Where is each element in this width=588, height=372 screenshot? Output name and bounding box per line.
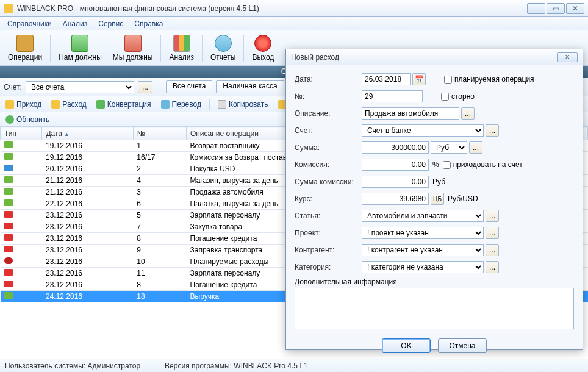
flag-icon: [4, 246, 13, 252]
action-convert[interactable]: Конвертация: [95, 99, 153, 110]
cell-no: 8: [133, 233, 186, 245]
tab-all-accounts[interactable]: Все счета: [166, 80, 212, 93]
flag-icon: [4, 234, 13, 241]
toolbar-exit[interactable]: Выход: [246, 32, 279, 65]
project-select[interactable]: ! проект не указан: [362, 227, 484, 239]
status-user-value: Администратор: [88, 362, 141, 370]
transfer-icon: [161, 100, 170, 109]
action-expense[interactable]: Расход: [49, 99, 88, 110]
cell-date: 23.12.2016: [42, 279, 133, 291]
menu-service[interactable]: Сервис: [93, 18, 128, 29]
status-version-value: WINBLACK Pro 4.5 L1: [234, 362, 307, 370]
no-input[interactable]: [362, 90, 423, 102]
copy-icon: [218, 100, 226, 109]
minimize-button[interactable]: —: [527, 3, 545, 14]
credit-acc-checkbox-label[interactable]: приходовать на счет: [443, 160, 523, 169]
menu-analysis[interactable]: Анализ: [58, 18, 93, 29]
toolbar-operations[interactable]: Операции: [2, 32, 48, 65]
tab-cash[interactable]: Наличная касса: [216, 80, 284, 93]
no-label: №:: [295, 92, 362, 101]
commsum-input[interactable]: [362, 176, 429, 188]
action-income[interactable]: Приход: [4, 99, 43, 110]
contr-select[interactable]: ! контрагент не указан: [362, 244, 484, 256]
menu-references[interactable]: Справочники: [2, 18, 57, 29]
flag-icon: [4, 188, 13, 195]
toolbar-we-owe[interactable]: Мы должны: [107, 32, 159, 65]
account-select[interactable]: Счет в банке: [362, 124, 484, 137]
flag-icon: [4, 153, 13, 160]
col-date[interactable]: Дата▲: [42, 127, 133, 140]
col-type[interactable]: Тип: [1, 127, 42, 140]
toolbar-analysis[interactable]: Анализ: [163, 32, 199, 65]
comm-input[interactable]: [362, 159, 429, 171]
flag-icon: [4, 176, 13, 183]
project-browse-button[interactable]: ...: [486, 227, 499, 239]
flag-icon: [4, 141, 13, 148]
commsum-cur: Руб: [432, 177, 445, 186]
account-browse-button[interactable]: ...: [486, 124, 499, 137]
convert-icon: [96, 100, 105, 109]
maximize-button[interactable]: ▭: [547, 3, 565, 14]
flag-icon: [4, 292, 13, 299]
account-filter-label: Счет:: [4, 83, 22, 91]
currency-select[interactable]: Руб: [431, 141, 467, 154]
close-button[interactable]: ✕: [566, 3, 584, 14]
toolbar-reports[interactable]: Отчеты: [205, 32, 241, 65]
extra-label: Дополнительная информация: [295, 277, 574, 286]
cell-no: 5: [133, 210, 186, 221]
date-picker-button[interactable]: 📅: [412, 73, 426, 85]
flag-icon: [4, 269, 13, 276]
account-filter-select[interactable]: Все счета: [26, 81, 134, 93]
action-transfer[interactable]: Перевод: [159, 99, 203, 110]
cat-select[interactable]: ! категория не указана: [362, 261, 484, 273]
desc-input[interactable]: [362, 107, 459, 120]
cell-date: 21.12.2016: [42, 187, 133, 198]
sum-input[interactable]: [362, 141, 429, 154]
cell-date: 19.12.2016: [42, 152, 133, 163]
desc-browse-button[interactable]: ...: [461, 107, 475, 120]
account-filter-browse[interactable]: ...: [138, 81, 152, 93]
menu-help[interactable]: Справка: [129, 18, 168, 29]
article-browse-button[interactable]: ...: [486, 210, 499, 222]
cat-browse-button[interactable]: ...: [486, 261, 499, 273]
planned-checkbox[interactable]: [444, 76, 452, 84]
action-copy[interactable]: Копировать: [216, 99, 270, 110]
col-no[interactable]: №: [133, 127, 186, 140]
desc-label: Описание:: [295, 109, 362, 118]
cell-date: 23.12.2016: [42, 268, 133, 279]
app-icon: [4, 4, 13, 13]
credit-acc-checkbox[interactable]: [443, 161, 451, 169]
cell-date: 19.12.2016: [42, 140, 133, 152]
rate-cb-button[interactable]: ЦБ: [431, 193, 444, 205]
status-bar: Пользователь системы: Администратор Верс…: [0, 359, 588, 372]
cat-label: Категория:: [295, 263, 362, 271]
date-input[interactable]: [362, 73, 411, 85]
storno-checkbox[interactable]: [441, 93, 449, 101]
planned-checkbox-label[interactable]: планируемая операция: [444, 75, 534, 84]
project-label: Проект:: [295, 229, 362, 237]
extra-textarea[interactable]: [295, 288, 574, 329]
flag-icon: [4, 257, 13, 264]
cell-no: 11: [133, 268, 186, 279]
dialog-close-button[interactable]: ✕: [557, 52, 578, 62]
flag-icon: [4, 281, 13, 287]
rate-input[interactable]: [362, 193, 429, 205]
cell-date: 23.12.2016: [42, 221, 133, 233]
new-expense-dialog: Новый расход ✕ Дата: 📅 планируемая опера…: [285, 49, 583, 350]
action-refresh[interactable]: Обновить: [4, 114, 51, 125]
storno-checkbox-label[interactable]: сторно: [441, 92, 475, 101]
safe-icon: [16, 35, 34, 52]
cancel-button[interactable]: Отмена: [438, 338, 487, 353]
ok-button[interactable]: OK: [382, 338, 431, 353]
flag-icon: [4, 199, 13, 206]
expense-icon: [51, 100, 60, 109]
flag-icon: [4, 165, 13, 171]
toolbar-reports-label: Отчеты: [210, 53, 235, 62]
power-icon: [254, 35, 271, 52]
contr-browse-button[interactable]: ...: [486, 244, 499, 256]
toolbar-owed-to-us[interactable]: Нам должны: [53, 32, 107, 65]
flag-icon: [4, 211, 13, 218]
article-select[interactable]: Автомобили и запчасти: [362, 210, 484, 222]
currency-browse-button[interactable]: ...: [469, 141, 482, 154]
cell-no: 4: [133, 175, 186, 187]
